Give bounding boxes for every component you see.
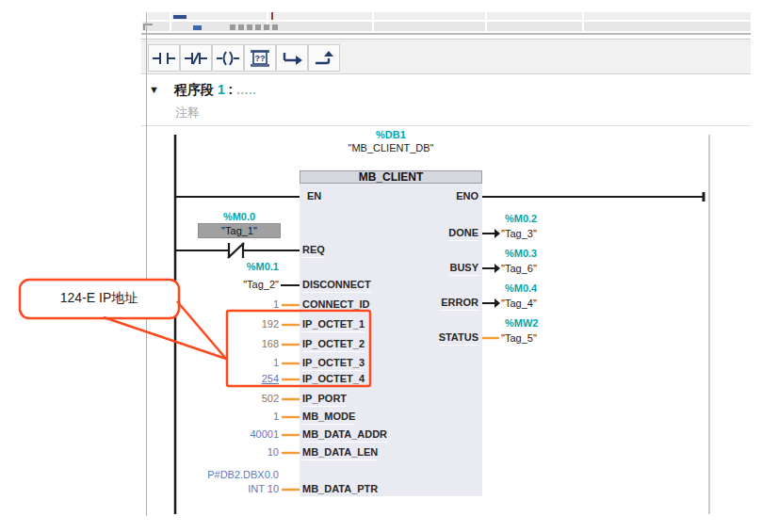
value-ip-octet-3[interactable]: 1 [273,356,279,369]
param-MB_DATA_PTR: MB_DATA_PTR [302,483,378,497]
empty-box-glyph: ?? [255,54,266,63]
network-comment-placeholder[interactable]: 注释 [175,105,200,121]
instance-db-name[interactable]: "MB_CLIENT_DB" [300,142,482,154]
column-divider [170,12,171,31]
minimize-bar-icon [173,15,186,19]
normally-closed-contact-icon[interactable] [180,44,212,72]
param-BUSY: BUSY [449,262,478,276]
normally-open-contact-icon[interactable] [148,44,180,72]
param-IP_OCTET_3: IP_OCTET_3 [302,357,365,371]
blue-chip-icon [193,25,202,30]
nc-contact-symbol[interactable] [228,243,244,258]
separator-line [141,125,751,126]
value-mb-mode[interactable]: 1 [273,410,279,423]
value-ip-octet-1[interactable]: 192 [262,317,279,330]
value-mb-data-ptr-line1[interactable]: P#DB2.DBX0.0 [207,468,279,481]
value-ip-octet-2[interactable]: 168 [262,337,279,350]
lad-instruction-toolbar: ?? [141,40,751,74]
param-ENO: ENO [456,190,478,203]
value-mb-data-len[interactable]: 10 [268,445,279,459]
separator-line [141,39,751,40]
output-tag[interactable]: "Tag_6" [501,262,537,275]
lad-editor: ?? ▼ 程序段 1 : ..... 注释 %DB1 "MB_CLIENT_DB… [0,0,762,532]
illegible-text-fragment [230,24,279,30]
callout-tail-line [177,301,226,359]
value-connect-id[interactable]: 1 [273,298,279,311]
output-address[interactable]: %M0.3 [505,248,537,260]
param-IP_PORT: IP_PORT [302,393,347,407]
output-connectors [482,229,500,338]
output-tag[interactable]: "Tag_5" [501,331,537,345]
network-colon: : [225,82,234,97]
value-ip-port[interactable]: 502 [262,392,279,405]
column-divider [582,12,584,31]
param-EN: EN [307,190,321,203]
network-title-placeholder[interactable]: ..... [236,84,257,97]
output-tag[interactable]: "Tag_3" [501,227,537,240]
close-branch-jump-icon[interactable] [308,44,340,72]
output-address[interactable]: %M0.2 [505,213,537,225]
value-mb-data-ptr-line2[interactable]: INT 10 [248,482,279,495]
network-title-label: 程序段 [174,82,214,97]
red-tick-icon [271,12,273,20]
table-fragment-row [148,12,751,20]
param-MB_DATA_LEN: MB_DATA_LEN [302,446,378,460]
param-ERROR: ERROR [441,297,478,311]
output-address[interactable]: %MW2 [505,317,538,330]
param-IP_OCTET_1: IP_OCTET_1 [302,318,365,332]
column-divider [485,12,487,31]
param-STATUS: STATUS [439,331,478,346]
column-divider [372,12,374,31]
param-REQ: REQ [302,244,325,258]
corner-mark [143,24,153,30]
contact-address[interactable]: %M0.0 [198,211,281,223]
contact-tag-selected[interactable]: "Tag_1" [198,223,281,238]
value-mb-data-addr[interactable]: 40001 [250,427,279,441]
param-MB_MODE: MB_MODE [302,411,355,425]
network-title: 程序段 1 : ..... [174,82,257,99]
separator-line [141,33,751,35]
editor-left-border [146,12,147,516]
output-address[interactable]: %M0.4 [505,282,537,295]
callout-label: 124-E IP地址 [19,279,179,318]
network-number: 1 [218,82,225,97]
fb-block-title: MB_CLIENT [300,170,482,184]
empty-box-icon[interactable]: ?? [244,44,276,72]
value-ip-octet-4[interactable]: 254 [262,372,279,385]
coil-icon[interactable] [212,44,244,72]
output-tag[interactable]: "Tag_4" [501,297,537,310]
operand-tag[interactable]: "Tag_2" [243,278,279,291]
open-branch-icon[interactable] [276,44,308,72]
param-IP_OCTET_2: IP_OCTET_2 [302,338,365,352]
callout-tail-line [104,317,226,359]
instance-db-address[interactable]: %DB1 [300,129,482,141]
param-MB_DATA_ADDR: MB_DATA_ADDR [302,428,387,443]
network-collapse-toggle[interactable]: ▼ [149,84,159,95]
param-IP_OCTET_4: IP_OCTET_4 [302,373,365,387]
param-DISCONNECT: DISCONNECT [302,279,371,293]
param-CONNECT_ID: CONNECT_ID [302,298,370,313]
param-DONE: DONE [448,227,478,241]
input-value-stubs [282,305,300,490]
operand-address[interactable]: %M0.1 [247,261,279,273]
